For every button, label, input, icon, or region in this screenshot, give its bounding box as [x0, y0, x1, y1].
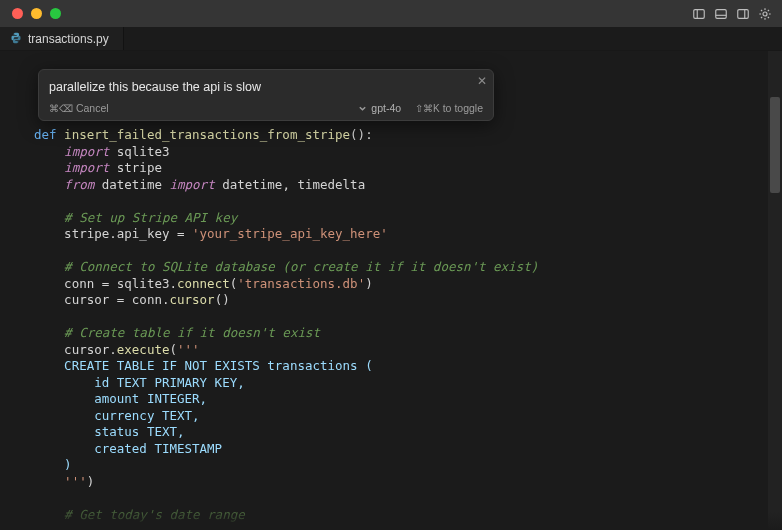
title-actions [690, 5, 774, 23]
assign-conn: conn = sqlite3. [64, 276, 177, 291]
cancel-label: Cancel [76, 102, 109, 114]
panel-left-icon[interactable] [690, 5, 708, 23]
meth-cursor: cursor [169, 292, 214, 307]
toggle-label: to toggle [443, 102, 483, 114]
ddl-line: created TIMESTAMP [64, 441, 222, 456]
gear-icon[interactable] [756, 5, 774, 23]
prompt-input[interactable]: parallelize this because the api is slow [49, 78, 483, 102]
svg-rect-4 [738, 9, 749, 18]
ddl-line: status TEXT, [64, 424, 184, 439]
kw-def: def [34, 127, 57, 142]
paren: (): [350, 127, 373, 142]
window-controls [12, 8, 61, 19]
cursor-call: cursor. [64, 342, 117, 357]
code-editor[interactable]: def insert_failed_transactions_from_stri… [0, 51, 782, 530]
scroll-thumb[interactable] [770, 97, 780, 193]
python-file-icon [10, 32, 22, 46]
comment: # Connect to SQLite database (or create … [64, 259, 538, 274]
svg-point-6 [763, 11, 767, 15]
model-selector[interactable]: gpt-4o [358, 102, 401, 114]
str-apikey: 'your_stripe_api_key_here' [192, 226, 388, 241]
ai-prompt-box: ✕ parallelize this because the api is sl… [38, 69, 494, 121]
mod-stripe: stripe [117, 160, 162, 175]
kw-import: import [64, 144, 109, 159]
cancel-hint[interactable]: ⌘⌫ Cancel [49, 102, 109, 114]
comment: # Set up Stripe API key [64, 210, 237, 225]
scrollbar-vertical[interactable] [768, 51, 782, 530]
close-icon[interactable]: ✕ [477, 74, 487, 88]
tabbar: transactions.py [0, 27, 782, 51]
mod-sqlite3: sqlite3 [117, 144, 170, 159]
chevron-down-icon [358, 104, 367, 113]
str-triple-close: ''' [64, 474, 87, 489]
kw-from: from [64, 177, 94, 192]
ddl-line: CREATE TABLE IF NOT EXISTS transactions … [64, 358, 373, 373]
meth-connect: connect [177, 276, 230, 291]
assign-apikey: stripe.api_key = [64, 226, 192, 241]
svg-rect-2 [716, 9, 727, 18]
svg-rect-0 [694, 9, 705, 18]
comment: # Create table if it doesn't exist [64, 325, 320, 340]
panel-right-icon[interactable] [734, 5, 752, 23]
titlebar [0, 0, 782, 27]
minimize-window-icon[interactable] [31, 8, 42, 19]
zoom-window-icon[interactable] [50, 8, 61, 19]
tab-filename: transactions.py [28, 32, 109, 46]
editor-fade [0, 512, 782, 530]
mod-datetime: datetime [102, 177, 162, 192]
ddl-line: amount INTEGER, [64, 391, 207, 406]
kw-import: import [64, 160, 109, 175]
names-datetime: datetime, timedelta [222, 177, 365, 192]
panel-bottom-icon[interactable] [712, 5, 730, 23]
str-db: 'transactions.db' [237, 276, 365, 291]
model-name: gpt-4o [371, 102, 401, 114]
assign-cursor: cursor = conn. [64, 292, 169, 307]
ddl-line: id TEXT PRIMARY KEY, [64, 375, 245, 390]
fn-name: insert_failed_transactions_from_stripe [64, 127, 350, 142]
cancel-shortcut: ⌘⌫ [49, 103, 73, 114]
ddl-line: ) [64, 457, 72, 472]
toggle-shortcut: ⇧⌘K [415, 103, 440, 114]
close-window-icon[interactable] [12, 8, 23, 19]
ddl-line: currency TEXT, [64, 408, 199, 423]
str-triple-open: ''' [177, 342, 200, 357]
editor-area: ✕ parallelize this because the api is sl… [0, 51, 782, 530]
tab-transactions[interactable]: transactions.py [0, 27, 124, 50]
meth-execute: execute [117, 342, 170, 357]
kw-import: import [170, 177, 215, 192]
toggle-hint: ⇧⌘K to toggle [415, 102, 483, 114]
